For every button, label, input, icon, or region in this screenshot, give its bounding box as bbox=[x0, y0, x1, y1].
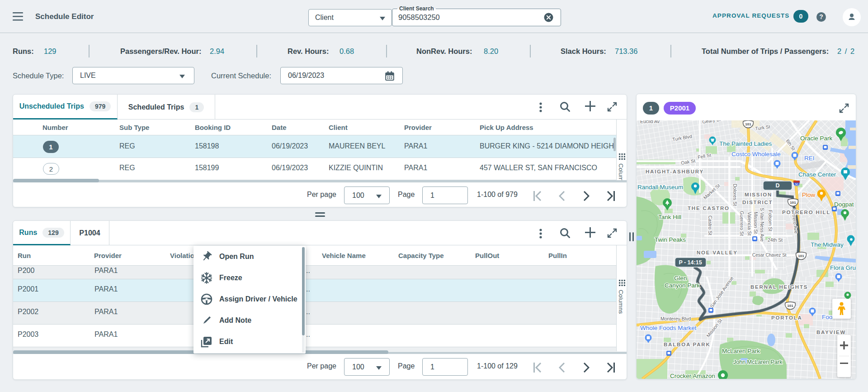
svg-text:BERNAL HEIGHTS: BERNAL HEIGHTS bbox=[750, 284, 808, 290]
svg-text:Tank Hill: Tank Hill bbox=[658, 214, 681, 220]
svg-text:Guerrero St: Guerrero St bbox=[739, 211, 745, 236]
svg-text:Chase Center: Chase Center bbox=[798, 171, 836, 178]
svg-text:REI: REI bbox=[804, 155, 815, 162]
svg-text:Glen: Glen bbox=[674, 275, 687, 282]
svg-text:24th St: 24th St bbox=[768, 237, 783, 243]
svg-text:POTRERO HILL: POTRERO HILL bbox=[782, 210, 830, 215]
svg-text:Foo: Foo bbox=[822, 314, 832, 320]
svg-text:50: 50 bbox=[795, 183, 798, 186]
svg-text:S Van Ness Ave: S Van Ness Ave bbox=[760, 208, 765, 242]
svg-text:Oracle Park: Oracle Park bbox=[800, 135, 833, 142]
svg-text:John McLaren Park: John McLaren Park bbox=[733, 359, 783, 365]
svg-text:BALBOA PARK: BALBOA PARK bbox=[664, 342, 711, 347]
svg-text:Dolores St: Dolores St bbox=[732, 184, 738, 206]
svg-text:Monterey Blvd: Monterey Blvd bbox=[660, 316, 691, 321]
svg-text:Euclid Av: Euclid Av bbox=[640, 120, 660, 124]
svg-text:McLaren Park: McLaren Park bbox=[722, 348, 760, 354]
svg-text:PORTOLA: PORTOLA bbox=[771, 315, 802, 320]
svg-text:NOE VALLEY: NOE VALLEY bbox=[697, 250, 738, 255]
svg-text:Mission St: Mission St bbox=[753, 212, 759, 234]
svg-text:Castro St: Castro St bbox=[708, 215, 713, 235]
svg-text:DISTRICT: DISTRICT bbox=[742, 200, 773, 205]
svg-text:101: 101 bbox=[745, 122, 751, 126]
svg-text:P - 14:15: P - 14:15 bbox=[679, 259, 702, 266]
svg-text:Crocker Amazon: Crocker Amazon bbox=[670, 373, 715, 379]
svg-text:101: 101 bbox=[787, 304, 793, 308]
svg-text:HAIGHT-ASHBURY: HAIGHT-ASHBURY bbox=[646, 169, 704, 174]
svg-text:MISSION: MISSION bbox=[745, 192, 772, 197]
svg-text:Randall Museum: Randall Museum bbox=[637, 184, 683, 191]
svg-text:Plow: Plow bbox=[802, 191, 816, 198]
svg-text:The Painted Ladies: The Painted Ladies bbox=[719, 140, 772, 147]
svg-text:Folsom St: Folsom St bbox=[768, 210, 773, 231]
svg-text:THE CASTRO: THE CASTRO bbox=[688, 206, 730, 211]
svg-text:101: 101 bbox=[798, 254, 804, 258]
svg-text:D: D bbox=[775, 182, 779, 189]
svg-text:BAYVIEW: BAYVIEW bbox=[816, 330, 846, 335]
svg-text:101: 101 bbox=[790, 201, 796, 205]
svg-text:The Midway: The Midway bbox=[811, 241, 844, 248]
svg-text:Canyon Park: Canyon Park bbox=[665, 282, 700, 289]
svg-text:Costco Wholesale: Costco Wholesale bbox=[731, 151, 781, 158]
svg-text:Cesar Chavez St: Cesar Chavez St bbox=[752, 253, 787, 258]
svg-text:Whole Foods Market: Whole Foods Market bbox=[640, 325, 697, 331]
svg-text:Flora Gru: Flora Gru bbox=[830, 264, 856, 271]
svg-text:Twin Peaks: Twin Peaks bbox=[655, 236, 686, 243]
svg-text:Valencia St: Valencia St bbox=[747, 212, 752, 235]
svg-text:Dogpat: Dogpat bbox=[834, 201, 854, 208]
